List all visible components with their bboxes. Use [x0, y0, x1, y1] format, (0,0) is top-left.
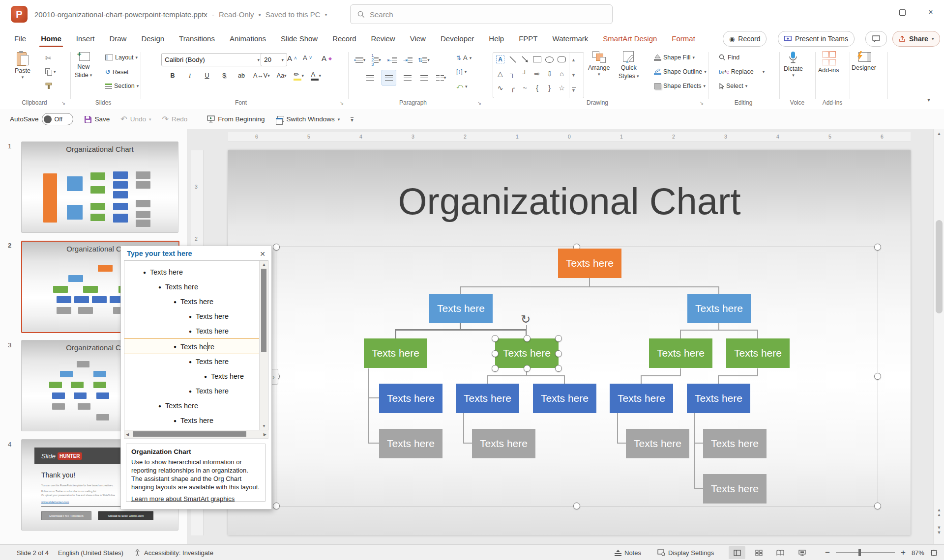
increase-indent-button[interactable]: ⇥ [402, 54, 413, 66]
scrollbar-thumb[interactable] [936, 220, 943, 313]
shape-rounded-rectangle[interactable] [556, 53, 568, 66]
tab-animations[interactable]: Animations [222, 28, 273, 48]
shape-right-arrow[interactable]: ⇨ [531, 67, 543, 80]
zoom-level[interactable]: 87% [912, 549, 924, 557]
text-pane-hscrollbar[interactable]: ◀ ▶ [124, 430, 268, 439]
shape-freeform[interactable]: ⌂ [556, 67, 568, 80]
drawing-dialog-launcher[interactable]: ↘ [698, 99, 705, 106]
text-pane-close-icon[interactable]: ✕ [258, 249, 267, 259]
align-text-button[interactable]: [↕]▾ [456, 68, 467, 75]
org-node-blue-c[interactable]: Texts here [533, 384, 596, 413]
main-vertical-scrollbar[interactable]: ▲ ▲▲ ▼▼ [933, 129, 944, 544]
text-shadow-button[interactable]: S [219, 70, 230, 82]
align-left-button[interactable] [365, 72, 376, 84]
org-node-gray-4[interactable]: Texts here [703, 429, 767, 458]
shape-effects-button[interactable]: Shape Effects▾ [654, 83, 706, 89]
text-pane-item-level3[interactable]: ●Texts here [124, 413, 260, 428]
change-case-button[interactable]: Aa▾ [276, 70, 287, 82]
shape-scribble[interactable]: ∿ [494, 82, 506, 94]
font-size-select[interactable]: 20▾ [261, 53, 287, 66]
qat-overflow-button[interactable]: ▾ [351, 117, 354, 121]
shape-star[interactable]: ☆ [556, 82, 568, 94]
shape-curve[interactable]: ~ [519, 82, 531, 94]
frame-handle-bottom-left[interactable] [273, 503, 280, 509]
text-pane-list[interactable]: ●Texts here●Texts here●Texts here●Texts … [124, 260, 268, 430]
shape-oval[interactable] [543, 53, 556, 66]
text-pane-vscrollbar[interactable]: ▲ ▼ [259, 261, 268, 430]
italic-button[interactable]: I [184, 70, 195, 82]
tab-file[interactable]: File [7, 28, 33, 48]
increase-font-size-button[interactable]: A˄ [287, 54, 297, 62]
text-pane-item-level4[interactable]: ●Texts here [124, 354, 260, 369]
node-handle-bottom-center[interactable] [524, 365, 531, 372]
org-node-level2-left[interactable]: Texts here [429, 294, 493, 323]
tab-help[interactable]: Help [481, 28, 511, 48]
shape-elbow-arrow-connector[interactable]: ┘ [519, 67, 531, 80]
org-node-gray-3[interactable]: Texts here [626, 429, 689, 458]
designer-button[interactable]: Designer [852, 51, 876, 71]
columns-button[interactable]: ▾ [436, 72, 446, 84]
saved-location-label[interactable]: Saved to this PC [266, 10, 321, 19]
shape-line[interactable] [506, 53, 519, 66]
present-in-teams-button[interactable]: Present in Teams [778, 31, 855, 47]
from-beginning-button[interactable]: From Beginning [207, 115, 265, 123]
org-node-blue-e[interactable]: Texts here [687, 384, 750, 413]
text-pane-item-level4[interactable]: ●Texts here [124, 309, 260, 324]
redo-button[interactable]: ↷ Redo [162, 114, 188, 124]
close-window-button[interactable]: × [919, 0, 942, 25]
cut-button[interactable]: ✄ [45, 54, 51, 62]
org-node-blue-a[interactable]: Texts here [379, 384, 442, 413]
frame-handle-top-left[interactable] [273, 244, 280, 251]
clear-formatting-button[interactable]: A◆ [322, 54, 332, 62]
tab-view[interactable]: View [403, 28, 433, 48]
quick-styles-button[interactable]: Quick Styles▾ [619, 51, 639, 80]
record-button[interactable]: ◉ Record [723, 31, 767, 47]
align-right-button[interactable] [402, 72, 413, 84]
fit-to-window-icon[interactable] [930, 549, 938, 557]
node-handle-mid-left[interactable] [492, 350, 499, 357]
tab-transitions[interactable]: Transitions [172, 28, 222, 48]
find-button[interactable]: Find [719, 54, 739, 61]
arrange-button[interactable]: Arrange▾ [588, 51, 610, 76]
tab-smartart-design[interactable]: SmartArt Design [595, 28, 664, 48]
font-dialog-launcher[interactable]: ↘ [338, 99, 345, 106]
shape-rectangle[interactable] [531, 53, 543, 66]
text-pane-item-level4[interactable]: ●Texts here [124, 384, 260, 398]
frame-handle-mid-right[interactable] [874, 373, 881, 380]
slide-title[interactable]: Organizational Chart [228, 180, 911, 223]
slide-sorter-view-button[interactable] [750, 546, 767, 559]
zoom-slider-thumb[interactable] [858, 549, 861, 556]
org-node-level2-right[interactable]: Texts here [687, 294, 751, 323]
restore-window-button[interactable] [891, 0, 914, 25]
node-handle-top-right[interactable] [555, 335, 562, 342]
search-input[interactable]: Search [350, 4, 613, 24]
org-node-gray-5[interactable]: Texts here [703, 474, 767, 504]
reset-button[interactable]: ↺Reset [105, 68, 129, 76]
character-spacing-button[interactable]: A↔V▾ [253, 70, 270, 82]
shape-fill-button[interactable]: Shape Fill▾ [654, 54, 695, 61]
align-center-button[interactable] [382, 70, 396, 85]
next-slide-button[interactable]: ▼▼ [934, 525, 944, 535]
new-slide-button[interactable]: + New Slide▾ [75, 51, 92, 79]
decrease-indent-button[interactable]: ⇤ [386, 54, 397, 66]
org-node-blue-d[interactable]: Texts here [610, 384, 673, 413]
text-pane-item-level2[interactable]: ●Texts here [124, 280, 260, 294]
shape-down-arrow[interactable]: ⇩ [543, 67, 556, 80]
vscroll-down-icon[interactable]: ▼ [262, 424, 266, 428]
text-pane-item-level3[interactable]: ●Texts here [124, 294, 260, 309]
convert-to-smartart-button[interactable]: ⤺▾ [456, 83, 467, 90]
shapes-scroll-up[interactable]: ▲ [569, 53, 578, 68]
hscroll-left-icon[interactable]: ◀ [126, 432, 129, 437]
text-pane-item-level2[interactable]: ●Texts here [124, 398, 260, 413]
decrease-font-size-button[interactable]: A˅ [303, 54, 312, 61]
display-settings-button[interactable]: Display Settings [657, 545, 714, 560]
scroll-up-arrow[interactable]: ▲ [934, 131, 944, 136]
numbering-button[interactable]: 123▾ [371, 54, 382, 66]
zoom-out-button[interactable]: − [825, 548, 830, 558]
add-ins-button[interactable]: Add-ins [818, 51, 839, 74]
tab-draw[interactable]: Draw [102, 28, 134, 48]
shape-outline-button[interactable]: Shape Outline▾ [654, 68, 707, 75]
tab-developer[interactable]: Developer [433, 28, 481, 48]
zoom-in-button[interactable]: + [901, 548, 906, 558]
tab-record[interactable]: Record [325, 28, 363, 48]
